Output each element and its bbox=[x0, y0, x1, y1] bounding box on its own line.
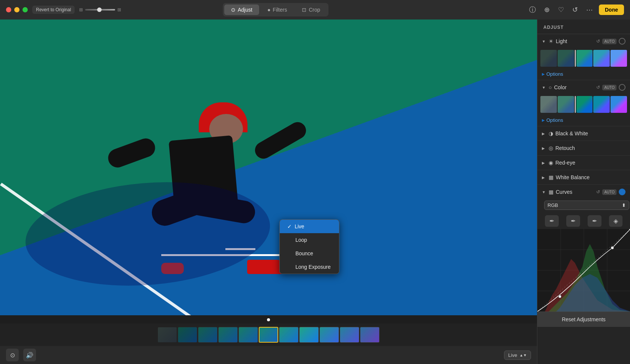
white-point-btn[interactable]: ✒ bbox=[588, 215, 602, 227]
midgray-btn[interactable]: ✒ bbox=[566, 215, 580, 227]
close-button[interactable] bbox=[6, 7, 11, 12]
section-redeye-label: Red-eye bbox=[555, 160, 626, 166]
light-options-row[interactable]: ▶ Options bbox=[537, 70, 630, 80]
more-button[interactable]: ⋯ bbox=[584, 4, 595, 15]
section-retouch-label: Retouch bbox=[555, 145, 626, 151]
tab-adjust[interactable]: ⊙ Adjust bbox=[224, 4, 259, 15]
light-thumb-3[interactable] bbox=[576, 50, 593, 67]
zoom-slider[interactable] bbox=[85, 9, 115, 10]
light-thumb-4[interactable] bbox=[593, 50, 610, 67]
curves-header[interactable]: ▼ ▦ Curves ↺ AUTO bbox=[537, 185, 630, 199]
light-options-label: Options bbox=[546, 71, 563, 77]
color-thumb-1[interactable] bbox=[540, 96, 557, 113]
panel-header: ADJUST bbox=[537, 19, 630, 34]
share-button[interactable]: ⊕ bbox=[542, 4, 552, 15]
filmstrip-frame-1[interactable] bbox=[158, 327, 177, 343]
filmstrip-frame-5[interactable] bbox=[238, 327, 258, 343]
color-thumb-4[interactable] bbox=[593, 96, 610, 113]
filmstrip-frame-10[interactable] bbox=[340, 327, 359, 343]
section-color-header[interactable]: ▼ ○ Color ↺ AUTO bbox=[537, 80, 630, 94]
light-toggle[interactable] bbox=[619, 38, 626, 45]
filmstrip-frame-11[interactable] bbox=[360, 327, 380, 343]
section-retouch[interactable]: ▶ ◎ Retouch bbox=[537, 141, 630, 156]
thumb-divider bbox=[575, 96, 576, 113]
auto-badge[interactable]: AUTO bbox=[602, 39, 616, 44]
redeye-icon: ◉ bbox=[549, 160, 553, 166]
live-control: Live ▲▼ bbox=[504, 351, 531, 360]
eyedropper-white-icon: ✒ bbox=[592, 217, 597, 225]
curves-canvas[interactable] bbox=[537, 229, 630, 312]
photo-container[interactable]: ✓ Live Loop Bounce Long Exposure bbox=[0, 19, 537, 315]
filmstrip-frame-4[interactable] bbox=[218, 327, 238, 343]
filmstrip-frame-9[interactable] bbox=[320, 327, 339, 343]
fullscreen-button[interactable] bbox=[22, 7, 28, 12]
rgb-selector[interactable]: RGB ⬍ bbox=[544, 201, 629, 210]
main-content: ✓ Live Loop Bounce Long Exposure bbox=[0, 19, 630, 364]
black-point-btn[interactable]: ✒ bbox=[545, 215, 559, 227]
section-redeye[interactable]: ▶ ◉ Red-eye bbox=[537, 156, 630, 170]
filmstrip-frame-6[interactable] bbox=[259, 327, 278, 343]
wb-icon: ▦ bbox=[549, 174, 554, 180]
section-light-header[interactable]: ▼ ☀ Light ↺ AUTO bbox=[537, 34, 630, 48]
dropdown-item-loop[interactable]: Loop bbox=[280, 233, 339, 247]
color-thumb-2[interactable] bbox=[558, 96, 574, 113]
info-button[interactable]: ⓘ bbox=[527, 4, 538, 16]
filmstrip-position-dot bbox=[267, 318, 270, 321]
thumb-divider bbox=[575, 50, 576, 67]
dropdown-item-longexposure[interactable]: Long Exposure bbox=[280, 260, 339, 274]
section-wb[interactable]: ▶ ▦ White Balance bbox=[537, 170, 630, 185]
dropdown-bounce-label: Bounce bbox=[296, 250, 313, 256]
rgb-selector-container: RGB ⬍ bbox=[537, 199, 630, 213]
filmstrip-frame-2[interactable] bbox=[178, 327, 197, 343]
rotate-button[interactable]: ↺ bbox=[570, 4, 580, 15]
chevron-right-icon: ▶ bbox=[542, 161, 546, 165]
volume-icon: 🔊 bbox=[26, 352, 33, 359]
undo-icon[interactable]: ↺ bbox=[596, 39, 600, 44]
live-selector[interactable]: Live ▲▼ bbox=[504, 351, 531, 360]
color-toggle[interactable] bbox=[619, 84, 626, 91]
section-curves: ▼ ▦ Curves ↺ AUTO RGB ⬍ ✒ bbox=[537, 185, 630, 364]
mute-icon: ⊙ bbox=[10, 352, 15, 359]
filmstrip[interactable] bbox=[0, 324, 537, 346]
auto-badge[interactable]: AUTO bbox=[602, 85, 616, 90]
section-bw[interactable]: ▶ ◑ Black & White bbox=[537, 126, 630, 141]
light-thumb-5[interactable] bbox=[610, 50, 627, 67]
tab-filters[interactable]: ● Filters bbox=[261, 4, 294, 15]
auto-badge[interactable]: AUTO bbox=[602, 189, 616, 195]
color-thumb-3[interactable] bbox=[576, 96, 593, 113]
section-color-label: Color bbox=[554, 84, 594, 90]
section-wb-label: White Balance bbox=[556, 174, 626, 180]
photo-area: ✓ Live Loop Bounce Long Exposure bbox=[0, 19, 537, 364]
undo-icon[interactable]: ↺ bbox=[596, 189, 600, 195]
toolbar-tabs: ⊙ Adjust ● Filters ⊡ Crop bbox=[223, 3, 328, 16]
revert-button[interactable]: Revert to Original bbox=[32, 6, 75, 14]
dropdown-item-live[interactable]: ✓ Live bbox=[280, 220, 339, 233]
color-options-row[interactable]: ▶ Options bbox=[537, 116, 630, 126]
curves-toggle[interactable] bbox=[619, 189, 626, 195]
done-button[interactable]: Done bbox=[599, 4, 624, 15]
favorite-button[interactable]: ♡ bbox=[556, 4, 566, 15]
light-thumb-1[interactable] bbox=[540, 50, 557, 67]
mute-button[interactable]: ⊙ bbox=[6, 349, 19, 361]
chevron-down-icon: ▼ bbox=[542, 190, 546, 194]
dropdown-item-bounce[interactable]: Bounce bbox=[280, 247, 339, 260]
auto-curves-icon: ◈ bbox=[614, 217, 618, 225]
filmstrip-frame-7[interactable] bbox=[279, 327, 298, 343]
filmstrip-frame-3[interactable] bbox=[198, 327, 218, 343]
color-icon: ○ bbox=[549, 84, 552, 90]
svg-point-9 bbox=[611, 246, 614, 249]
reset-adjustments-button[interactable]: Reset Adjustments bbox=[537, 312, 630, 327]
undo-icon[interactable]: ↺ bbox=[596, 85, 600, 90]
minimize-button[interactable] bbox=[14, 7, 20, 12]
auto-curves-btn[interactable]: ◈ bbox=[609, 215, 622, 227]
volume-button[interactable]: 🔊 bbox=[23, 349, 36, 361]
color-thumb-5[interactable] bbox=[610, 96, 627, 113]
tab-crop[interactable]: ⊡ Crop bbox=[295, 4, 327, 15]
filters-label: Filters bbox=[273, 7, 287, 13]
color-thumbnail-strip bbox=[537, 94, 630, 116]
filmstrip-frame-8[interactable] bbox=[299, 327, 319, 343]
zoom-icon-left: ⊞ bbox=[79, 7, 83, 12]
revert-label: Revert to Original bbox=[36, 7, 71, 12]
light-thumb-2[interactable] bbox=[558, 50, 574, 67]
color-options-label: Options bbox=[546, 117, 563, 123]
